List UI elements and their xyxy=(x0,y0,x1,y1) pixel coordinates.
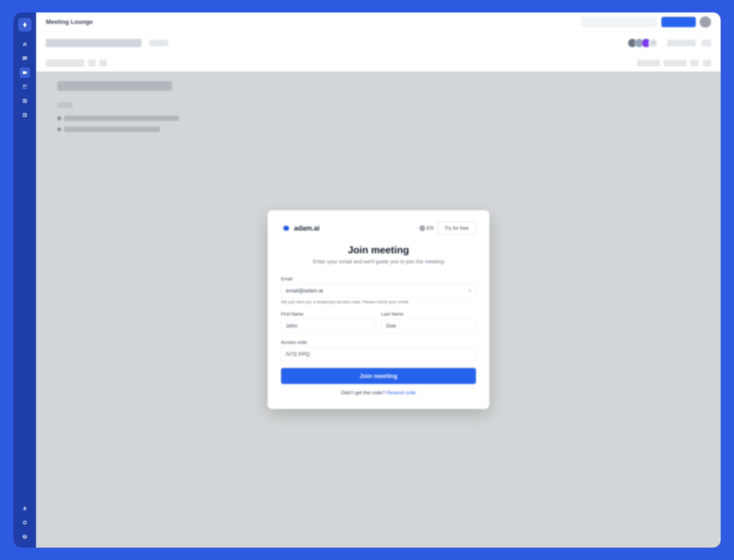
join-meeting-button[interactable]: Join meeting xyxy=(281,368,476,384)
top-header: Meeting Lounge xyxy=(36,12,721,32)
sidebar-item-calendar[interactable] xyxy=(20,82,30,92)
sidebar-item-tasks[interactable] xyxy=(20,96,30,106)
sidebar-item-meetings[interactable] xyxy=(20,67,30,78)
email-clear-button[interactable] xyxy=(468,288,472,293)
main-content: Meeting Lounge +2 xyxy=(36,12,721,548)
modal-subtitle: Enter your email and we'll guide you to … xyxy=(281,259,476,265)
access-code-input[interactable] xyxy=(281,347,476,361)
sidebar xyxy=(13,12,36,548)
first-name-label: First Name xyxy=(281,311,376,317)
access-code-form-group: Access code xyxy=(281,340,476,361)
sidebar-logo xyxy=(18,18,32,32)
user-avatar-placeholder xyxy=(700,16,711,28)
toolbar-placeholder-1 xyxy=(46,59,84,67)
logo-text: adam.ai xyxy=(294,224,320,232)
email-input-wrapper xyxy=(281,284,476,298)
resend-link[interactable]: Resend code xyxy=(386,390,416,395)
toolbar-placeholder-3 xyxy=(99,60,107,67)
sidebar-item-help[interactable] xyxy=(20,532,30,542)
modal-backdrop: adam.ai EN Try for free xyxy=(36,72,721,548)
adamai-logo-icon xyxy=(281,224,291,232)
avatar-group: +2 xyxy=(630,38,658,48)
toolbar xyxy=(36,54,721,72)
content-body: adam.ai EN Try for free xyxy=(36,72,721,548)
name-form-row: First Name Last Name xyxy=(281,311,476,333)
last-name-label: Last Name xyxy=(381,311,476,317)
resend-static-text: Didn't get the code? xyxy=(341,390,385,395)
sub-header: +2 xyxy=(36,32,721,54)
globe-icon xyxy=(419,225,425,231)
email-label: Email xyxy=(281,276,476,282)
modal-top-right: EN Try for free xyxy=(419,222,476,235)
email-input[interactable] xyxy=(281,284,476,298)
toolbar-placeholder-4 xyxy=(637,60,660,67)
screen-wrapper: Meeting Lounge +2 xyxy=(13,12,721,548)
toolbar-placeholder-6 xyxy=(690,60,699,67)
logo-area: adam.ai xyxy=(281,224,320,232)
first-name-input[interactable] xyxy=(281,319,376,333)
sidebar-item-chat[interactable] xyxy=(20,53,30,64)
meeting-title-placeholder xyxy=(46,39,141,47)
toolbar-placeholder-2 xyxy=(88,60,96,67)
modal-top-bar: adam.ai EN Try for free xyxy=(281,222,476,235)
clear-icon xyxy=(468,288,472,293)
resend-text: Didn't get the code? Resend code xyxy=(281,390,476,396)
sidebar-item-home[interactable] xyxy=(20,39,30,50)
toolbar-placeholder-5 xyxy=(664,60,687,67)
access-code-label: Access code xyxy=(281,340,476,345)
toolbar-placeholder-7 xyxy=(703,60,711,67)
app-title: Meeting Lounge xyxy=(46,18,93,25)
sidebar-item-analytics[interactable] xyxy=(20,110,30,120)
start-meeting-btn-placeholder xyxy=(661,17,696,27)
try-free-button[interactable]: Try for free xyxy=(437,222,476,235)
language-label: EN xyxy=(427,225,434,231)
email-helper-text: We just sent you a temporary access code… xyxy=(281,299,476,304)
last-name-input[interactable] xyxy=(381,319,476,333)
sidebar-item-notifications[interactable] xyxy=(20,503,30,514)
email-form-group: Email We just sent you a temporary acces… xyxy=(281,276,476,304)
join-meeting-modal: adam.ai EN Try for free xyxy=(268,210,489,409)
language-selector[interactable]: EN xyxy=(419,225,434,231)
sidebar-item-settings[interactable] xyxy=(20,517,30,528)
header-search-placeholder xyxy=(581,17,658,27)
first-name-form-group: First Name xyxy=(281,311,376,333)
modal-title: Join meeting xyxy=(281,244,476,256)
last-name-form-group: Last Name xyxy=(381,311,476,333)
